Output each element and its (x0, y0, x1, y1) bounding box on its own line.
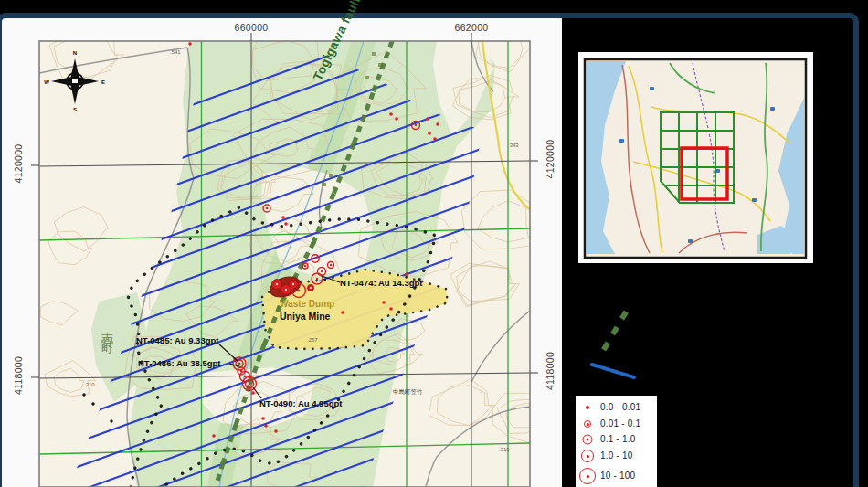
label-shika-town: 志賀町 (99, 322, 115, 338)
survey-line-legend-symbol (592, 365, 634, 377)
legend-class-label: 10 - 100 (600, 471, 635, 481)
svg-text:W: W (44, 79, 49, 85)
label-elev-541: .541 (170, 49, 181, 55)
label-elev-210: .210 (84, 382, 95, 387)
axis-label-easting-662000: 662000 (439, 22, 503, 33)
label-nakajima: 中島町笠竹 (393, 388, 423, 397)
label-uniya-mine: Uniya Mine (280, 311, 330, 322)
fault-legend-dash (610, 326, 619, 336)
legend-line-symbols (592, 311, 634, 377)
label-elev-267: .267 (307, 337, 318, 343)
sample-class-circle-icon (581, 450, 594, 462)
sample-class-circle-icon (586, 406, 589, 409)
legend-class-label: 0.01 - 0.1 (600, 418, 640, 429)
legend-class-label: 0.1 - 1.0 (600, 434, 636, 444)
svg-text:S: S (73, 107, 77, 112)
axis-label-northing-4118000-left: 4118000 (13, 344, 24, 408)
axis-label-northing-4118000-right: 4118000 (545, 339, 556, 403)
label-waste-dump: Waste Dump (280, 299, 334, 309)
fault-legend-dash (601, 342, 610, 352)
svg-text:N: N (73, 50, 77, 56)
svg-text:E: E (101, 79, 105, 85)
legend-class-label: 1.0 - 10 (600, 450, 633, 461)
fault-legend-dash (619, 311, 629, 321)
legend: 0.0 - 0.010.01 - 0.10.1 - 1.01.0 - 1010 … (576, 396, 657, 487)
label-elev-319: .319 (499, 447, 510, 452)
label-nt-0486: NT-0486: Au 38.5gpt (138, 358, 220, 368)
axis-label-northing-4120000-right: 4120000 (545, 127, 556, 191)
sample-class-circle-icon (584, 420, 591, 428)
inset-location-map (578, 52, 813, 263)
axis-label-northing-4120000-left: 4120000 (13, 132, 24, 196)
sample-class-circle-icon (579, 468, 596, 484)
label-nt-0490: NT-0490: Au 4.95gpt (259, 398, 342, 408)
map-scene: NSWE (0, 0, 868, 487)
label-nt-0474: NT-0474: Au 14.3gpt (340, 278, 422, 288)
label-elev-343: .343 (508, 143, 519, 148)
main-map: NSWE (39, 0, 571, 487)
slide: NSWE 660000 662000 4120000 4118000 41200… (0, 0, 868, 487)
label-nt-0485: NT-0485: Au 9.33gpt (136, 335, 218, 345)
legend-class-label: 0.0 - 0.01 (600, 402, 640, 412)
sample-class-circle-icon (583, 435, 593, 445)
axis-label-easting-660000: 660000 (219, 22, 283, 33)
